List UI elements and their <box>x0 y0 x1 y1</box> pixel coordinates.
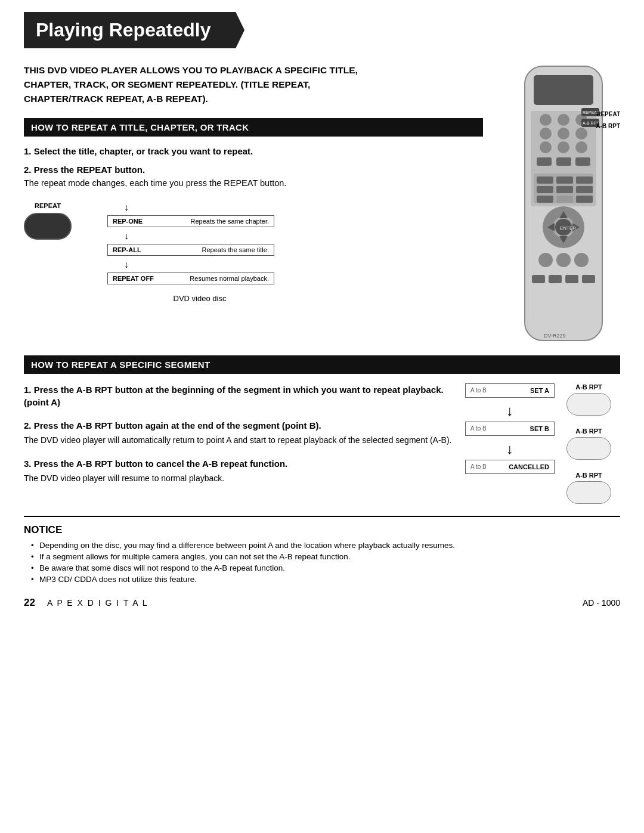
abrpt-label-1: A-B RPT <box>575 383 602 391</box>
footer-brand: A P E X D I G I T A L <box>47 598 148 608</box>
ab-step1-title: 1. Press the A-B RPT button at the begin… <box>24 383 453 408</box>
title-banner: Playing Repeatedly <box>24 12 244 48</box>
step1-title: 1. Select the title, chapter, or track y… <box>24 146 483 156</box>
section2-right: A to B SET A ↓ A to B SET B <box>465 383 620 504</box>
notice-title: NOTICE <box>24 524 620 536</box>
svg-point-33 <box>538 253 553 267</box>
flow-label-0: REP-ONE <box>113 218 143 225</box>
ab-box-2-row: A to B SET B <box>470 425 549 432</box>
footer-page: 22 <box>24 597 35 609</box>
ab-box-2-value: SET B <box>530 425 549 432</box>
remote-repeat-label: REPEAT <box>596 111 620 117</box>
flow-label-2: REPEAT OFF <box>113 275 154 282</box>
section2-layout: 1. Press the A-B RPT button at the begin… <box>24 383 620 504</box>
section1-header: HOW TO REPEAT A TITLE, CHAPTER, OR TRACK <box>24 118 483 137</box>
repeat-label: REPEAT <box>35 202 61 209</box>
ab-box-2-atob: A to B <box>470 425 487 432</box>
ab-box-1-value: SET A <box>530 387 549 394</box>
ab-box-3-value: CANCELLED <box>509 463 549 470</box>
footer-model: AD - 1000 <box>583 598 620 608</box>
abrpt-item-3: A-B RPT <box>566 472 611 504</box>
remote-abrpt-label: A-B RPT <box>596 123 620 129</box>
ab-box-3-atob: A to B <box>470 463 487 470</box>
svg-rect-37 <box>549 275 562 283</box>
ab-box-1-atob: A to B <box>470 387 487 394</box>
intro-text: THIS DVD VIDEO PLAYER ALLOWS YOU TO PLAY… <box>24 63 382 106</box>
repeat-button-shape <box>24 213 72 240</box>
ab-box-2: A to B SET B <box>465 422 555 436</box>
svg-rect-18 <box>576 176 593 184</box>
ab-box-3-row: A to B CANCELLED <box>470 463 549 470</box>
repeat-button-area: REPEAT <box>24 202 72 240</box>
svg-rect-22 <box>537 196 553 203</box>
svg-text:ENTER: ENTER <box>560 225 576 231</box>
ab-step2-body: The DVD video player will automatically … <box>24 434 453 447</box>
abrpt-button-3[interactable] <box>566 481 611 504</box>
remote-control-svg: ENTER REPEAT A-B RPT DV <box>507 63 620 349</box>
svg-rect-21 <box>576 186 593 193</box>
footer: 22 A P E X D I G I T A L AD - 1000 <box>24 594 620 609</box>
ab-step2-title: 2. Press the A-B RPT button again at the… <box>24 419 453 432</box>
step2-title: 2. Press the REPEAT button. <box>24 165 483 175</box>
svg-rect-1 <box>534 75 593 105</box>
page-container: Playing Repeatedly THIS DVD VIDEO PLAYER… <box>0 0 644 627</box>
svg-point-6 <box>540 128 552 140</box>
notice-bullet-4: MP3 CD/ CDDA does not utilize this featu… <box>31 575 620 584</box>
abrpt-button-2[interactable] <box>566 437 611 460</box>
abrpt-label-3: A-B RPT <box>575 472 602 479</box>
ab-step3-title: 3. Press the A-B RPT button to cancel th… <box>24 457 453 470</box>
ab-box-3: A to B CANCELLED <box>465 460 555 474</box>
flow-diagram: ↓ REP-ONE Repeats the same chapter. ↓ <box>89 202 274 303</box>
ab-step2: 2. Press the A-B RPT button again at the… <box>24 419 453 447</box>
svg-rect-12 <box>537 157 552 166</box>
abrpt-label-2: A-B RPT <box>575 428 602 435</box>
svg-rect-20 <box>556 186 573 193</box>
svg-point-11 <box>575 141 587 153</box>
section1-layout: THIS DVD VIDEO PLAYER ALLOWS YOU TO PLAY… <box>24 63 620 349</box>
abrpt-item-2: A-B RPT <box>566 428 611 460</box>
ab-arrow-1: ↓ <box>506 402 513 419</box>
svg-rect-17 <box>556 176 573 184</box>
abrpt-button-1[interactable] <box>566 393 611 416</box>
ab-box-1-row: A to B SET A <box>470 387 549 394</box>
disc-label: DVD video disc <box>125 294 274 303</box>
svg-point-34 <box>556 253 571 267</box>
svg-point-3 <box>540 114 552 126</box>
svg-rect-13 <box>556 157 571 166</box>
svg-point-10 <box>558 141 569 153</box>
notice-bullets: Depending on the disc, you may find a di… <box>24 541 620 584</box>
svg-rect-36 <box>532 275 545 283</box>
ab-flow-column: A to B SET A ↓ A to B SET B <box>465 383 555 474</box>
ab-step3: 3. Press the A-B RPT button to cancel th… <box>24 457 453 485</box>
svg-point-4 <box>558 114 569 126</box>
step1: 1. Select the title, chapter, or track y… <box>24 146 483 156</box>
ab-step1: 1. Press the A-B RPT button at the begin… <box>24 383 453 408</box>
notice-bullet-3: Be aware that some discs will not respon… <box>31 563 620 572</box>
svg-rect-38 <box>565 275 578 283</box>
flow-desc-0: Repeats the same chapter. <box>191 218 269 225</box>
flow-desc-1: Repeats the same title. <box>202 246 269 253</box>
ab-step3-body: The DVD video player will resume to norm… <box>24 472 453 485</box>
svg-rect-39 <box>582 275 595 283</box>
step2: 2. Press the REPEAT button. The repeat m… <box>24 165 483 190</box>
ab-box-1: A to B SET A <box>465 383 555 398</box>
flow-label-1: REP-ALL <box>113 246 141 253</box>
svg-rect-14 <box>575 157 590 166</box>
remote-area: REPEAT A-B RPT <box>495 63 620 349</box>
svg-point-8 <box>575 128 587 140</box>
svg-rect-23 <box>556 196 573 203</box>
page-title: Playing Repeatedly <box>36 19 210 41</box>
svg-point-7 <box>558 128 569 140</box>
section2-left: 1. Press the A-B RPT button at the begin… <box>24 383 453 504</box>
ab-arrow-2: ↓ <box>506 441 513 457</box>
svg-text:DV-R229: DV-R229 <box>544 333 566 339</box>
flow-area: REPEAT ↓ REP-ONE <box>24 202 483 303</box>
flow-desc-2: Resumes normal playback. <box>190 275 269 282</box>
abrpt-item-1: A-B RPT <box>566 383 611 416</box>
svg-rect-19 <box>537 186 553 193</box>
svg-rect-24 <box>576 196 593 203</box>
section1-left: THIS DVD VIDEO PLAYER ALLOWS YOU TO PLAY… <box>24 63 483 349</box>
svg-rect-16 <box>537 176 553 184</box>
section2: HOW TO REPEAT A SPECIFIC SEGMENT 1. Pres… <box>24 355 620 504</box>
notice-section: NOTICE Depending on the disc, you may fi… <box>24 516 620 584</box>
